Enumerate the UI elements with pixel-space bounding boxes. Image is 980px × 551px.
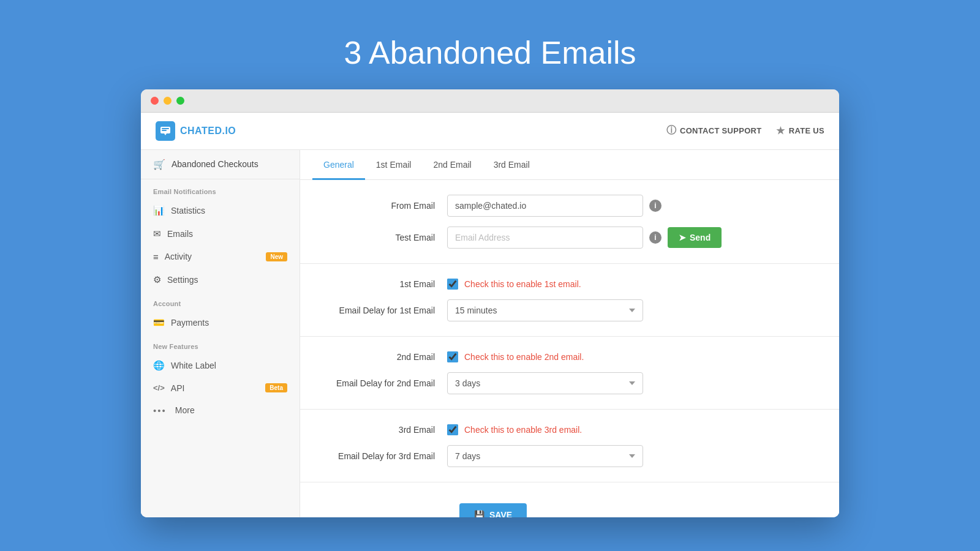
from-email-input-wrap: i: [447, 195, 815, 217]
rate-us-btn[interactable]: ★ RATE US: [776, 125, 824, 137]
app-body: CHATED.IO ⓘ CONTACT SUPPORT ★ RATE US 🛒 …: [141, 113, 839, 517]
sidebar-section-account: Account: [141, 291, 300, 311]
tab-2nd-email[interactable]: 2nd Email: [422, 150, 482, 180]
window-close-dot[interactable]: [151, 97, 159, 105]
3rd-email-delay-select[interactable]: 1 day 3 days 5 days 7 days 14 days: [447, 445, 643, 467]
form-area: From Email i Test Email i: [300, 180, 839, 517]
tab-general[interactable]: General: [312, 150, 365, 180]
payments-label: Payments: [171, 318, 209, 328]
from-email-label: From Email: [325, 201, 447, 211]
cart-icon: 🛒: [153, 159, 165, 170]
api-label: API: [171, 383, 185, 393]
app-header: CHATED.IO ⓘ CONTACT SUPPORT ★ RATE US: [141, 113, 839, 150]
3rd-email-delay-label: Email Delay for 3rd Email: [325, 451, 447, 461]
header-actions: ⓘ CONTACT SUPPORT ★ RATE US: [666, 124, 824, 137]
1st-email-section: 1st Email Check this to enable 1st email…: [300, 264, 839, 337]
email-config-section: From Email i Test Email i: [300, 180, 839, 264]
page-title: 3 Abandoned Emails: [344, 34, 636, 71]
contact-support-btn[interactable]: ⓘ CONTACT SUPPORT: [666, 124, 762, 137]
api-beta-badge: Beta: [265, 383, 287, 392]
sidebar-item-emails[interactable]: ✉ Emails: [141, 222, 300, 246]
send-label: Send: [690, 233, 710, 242]
logo-text: CHATED.IO: [180, 126, 236, 137]
titlebar: [141, 89, 839, 113]
3rd-email-enable-row: 3rd Email Check this to enable 3rd email…: [325, 424, 815, 435]
1st-email-label: 1st Email: [325, 279, 447, 289]
settings-label: Settings: [167, 275, 198, 285]
save-button[interactable]: 💾 SAVE: [459, 503, 527, 517]
send-icon: ➤: [679, 233, 686, 242]
2nd-email-delay-wrap: 1 day 2 days 3 days 5 days 7 days: [447, 372, 815, 394]
more-label: More: [175, 405, 195, 415]
3rd-email-label: 3rd Email: [325, 425, 447, 435]
from-email-input[interactable]: [447, 195, 643, 217]
white-label-label: White Label: [171, 361, 216, 370]
code-icon: </>: [153, 383, 165, 392]
send-button[interactable]: ➤ Send: [668, 227, 722, 248]
tabs-bar: General 1st Email 2nd Email 3rd Email: [300, 150, 839, 180]
sidebar-section-email-notifications: Email Notifications: [141, 179, 300, 199]
3rd-email-checkbox[interactable]: [447, 424, 458, 435]
sidebar-item-settings[interactable]: ⚙ Settings: [141, 268, 300, 291]
2nd-email-enable-row: 2nd Email Check this to enable 2nd email…: [325, 351, 815, 362]
sidebar-item-more[interactable]: ••• More: [141, 399, 300, 422]
1st-email-delay-label: Email Delay for 1st Email: [325, 305, 447, 315]
test-email-info-icon[interactable]: i: [649, 231, 662, 244]
star-icon: ★: [776, 125, 785, 137]
abandoned-checkouts-label: Abandoned Checkouts: [172, 159, 258, 169]
1st-email-checkbox[interactable]: [447, 279, 458, 290]
test-email-input-wrap: i ➤ Send: [447, 227, 815, 249]
logo-icon: [156, 121, 175, 141]
window-maximize-dot[interactable]: [176, 97, 184, 105]
contact-support-label: CONTACT SUPPORT: [680, 126, 762, 135]
3rd-email-section: 3rd Email Check this to enable 3rd email…: [300, 410, 839, 482]
question-icon: ⓘ: [666, 124, 676, 137]
sidebar-section-new-features: New Features: [141, 334, 300, 354]
2nd-email-delay-row: Email Delay for 2nd Email 1 day 2 days 3…: [325, 372, 815, 394]
save-icon: 💾: [474, 510, 484, 517]
app-window: CHATED.IO ⓘ CONTACT SUPPORT ★ RATE US 🛒 …: [141, 89, 839, 517]
tab-1st-email[interactable]: 1st Email: [365, 150, 423, 180]
content-area: 🛒 Abandoned Checkouts Email Notification…: [141, 150, 839, 517]
test-email-label: Test Email: [325, 233, 447, 242]
sidebar-item-statistics[interactable]: 📊 Statistics: [141, 199, 300, 222]
chart-icon: 📊: [153, 205, 165, 216]
statistics-label: Statistics: [171, 206, 205, 216]
1st-email-check-row: Check this to enable 1st email.: [447, 279, 581, 290]
globe-icon: 🌐: [153, 360, 165, 371]
settings-icon: ⚙: [153, 274, 161, 285]
test-email-row: Test Email i ➤ Send: [325, 227, 815, 249]
save-section: 💾 SAVE: [300, 482, 839, 517]
more-icon: •••: [153, 405, 167, 416]
sidebar-item-payments[interactable]: 💳 Payments: [141, 311, 300, 334]
svg-marker-3: [164, 133, 167, 135]
1st-email-delay-select[interactable]: 15 minutes 30 minutes 1 hour 2 hours 3 h…: [447, 299, 643, 321]
save-label: SAVE: [489, 510, 512, 517]
1st-email-enable-row: 1st Email Check this to enable 1st email…: [325, 279, 815, 290]
3rd-email-delay-row: Email Delay for 3rd Email 1 day 3 days 5…: [325, 445, 815, 467]
tab-3rd-email[interactable]: 3rd Email: [483, 150, 541, 180]
sidebar: 🛒 Abandoned Checkouts Email Notification…: [141, 150, 300, 517]
2nd-email-label: 2nd Email: [325, 352, 447, 362]
2nd-email-delay-select[interactable]: 1 day 2 days 3 days 5 days 7 days: [447, 372, 643, 394]
svg-rect-1: [162, 128, 169, 129]
sidebar-item-white-label[interactable]: 🌐 White Label: [141, 354, 300, 377]
3rd-email-delay-wrap: 1 day 3 days 5 days 7 days 14 days: [447, 445, 815, 467]
main-content: General 1st Email 2nd Email 3rd Email Fr…: [300, 150, 839, 517]
2nd-email-delay-label: Email Delay for 2nd Email: [325, 378, 447, 388]
payments-icon: 💳: [153, 317, 165, 328]
3rd-email-check-row: Check this to enable 3rd email.: [447, 424, 582, 435]
from-email-info-icon[interactable]: i: [649, 200, 662, 212]
2nd-email-checkbox[interactable]: [447, 351, 458, 362]
test-email-input[interactable]: [447, 227, 643, 249]
rate-us-label: RATE US: [789, 126, 824, 135]
sidebar-item-api[interactable]: </> API Beta: [141, 377, 300, 399]
2nd-email-check-label: Check this to enable 2nd email.: [464, 352, 584, 362]
1st-email-delay-row: Email Delay for 1st Email 15 minutes 30 …: [325, 299, 815, 321]
activity-label: Activity: [165, 252, 192, 261]
window-minimize-dot[interactable]: [164, 97, 172, 105]
2nd-email-check-row: Check this to enable 2nd email.: [447, 351, 584, 362]
1st-email-delay-wrap: 15 minutes 30 minutes 1 hour 2 hours 3 h…: [447, 299, 815, 321]
sidebar-item-abandoned-checkouts[interactable]: 🛒 Abandoned Checkouts: [141, 150, 300, 179]
sidebar-item-activity[interactable]: ≡ Activity New: [141, 246, 300, 268]
